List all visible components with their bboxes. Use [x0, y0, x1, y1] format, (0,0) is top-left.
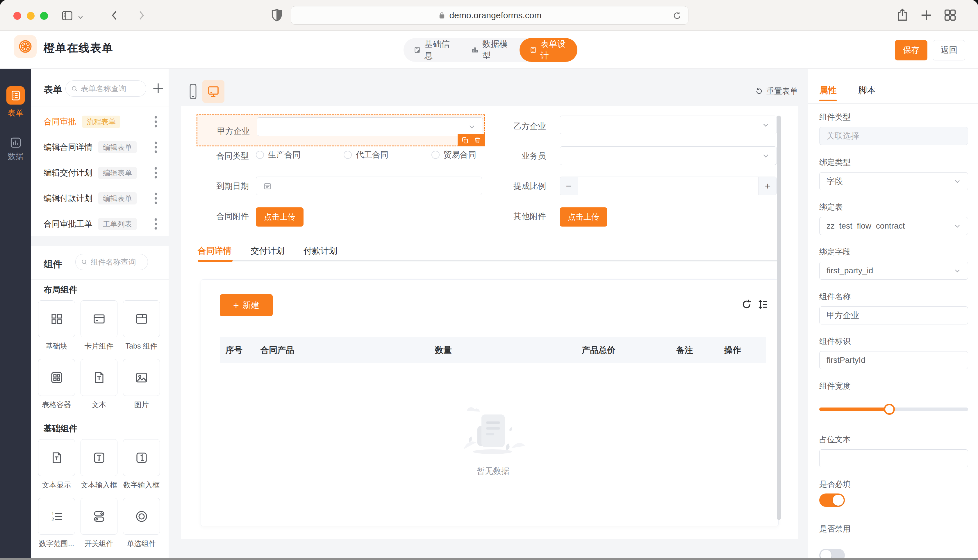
form-info-icon: [413, 45, 421, 55]
new-row-button[interactable]: + 新建: [220, 294, 273, 316]
bind-type-select[interactable]: 字段: [819, 172, 968, 190]
component-name-field[interactable]: [819, 307, 968, 325]
tab-script[interactable]: 脚本: [858, 85, 876, 97]
component-type-label: 组件类型: [819, 112, 851, 122]
component-name-input[interactable]: [826, 311, 961, 320]
rail-item-forms[interactable]: [7, 86, 25, 105]
column-header: 操作: [724, 337, 741, 363]
more-actions-icon[interactable]: [150, 217, 161, 231]
url-bar[interactable]: demo.orangeforms.com: [291, 6, 689, 25]
chevron-down-icon: [761, 151, 770, 160]
component-key-field[interactable]: [819, 351, 968, 369]
reload-icon[interactable]: [672, 10, 682, 21]
minimize-window-button[interactable]: [27, 12, 35, 20]
add-form-icon[interactable]: [151, 81, 166, 95]
bind-field-select[interactable]: first_party_id: [819, 262, 968, 280]
form-list-item[interactable]: 合同审批工单 工单列表: [31, 211, 169, 237]
component-tile-number-input[interactable]: 数字输入框: [123, 439, 160, 490]
component-tile-text[interactable]: 文本: [80, 359, 117, 410]
contract-upload-button[interactable]: 点击上传: [256, 207, 304, 227]
form-type-badge: 工单列表: [98, 218, 137, 230]
component-tile-table-container[interactable]: 表格容器: [38, 359, 75, 410]
required-toggle[interactable]: [819, 493, 845, 507]
component-tile-basic-block[interactable]: 基础块: [38, 300, 75, 351]
zoom-window-button[interactable]: [40, 12, 48, 20]
more-actions-icon[interactable]: [150, 166, 161, 180]
component-tile-text-input[interactable]: 文本输入框: [80, 439, 117, 490]
layout-components-grid: 基础块 卡片组件 Tabs 组件 表格容器 文本 图片: [38, 300, 160, 410]
due-date-label: 到期日期: [186, 181, 249, 192]
tab-basic-info[interactable]: 基础信息: [403, 38, 461, 62]
form-list-item[interactable]: 编辑交付计划 编辑表单: [31, 160, 169, 186]
delete-component-icon[interactable]: [473, 137, 481, 144]
refresh-table-icon[interactable]: [741, 298, 753, 310]
share-icon[interactable]: [895, 8, 910, 23]
component-tile-switch[interactable]: 开关组件: [80, 498, 117, 548]
form-list-item[interactable]: 编辑合同详情 编辑表单: [31, 135, 169, 160]
tab-payment-plan[interactable]: 付款计划: [304, 245, 337, 257]
reset-form-button[interactable]: 重置表单: [755, 86, 798, 97]
radio-production-contract[interactable]: 生产合同: [256, 149, 301, 160]
stepper-decrease-button[interactable]: −: [560, 177, 578, 195]
back-button[interactable]: 返回: [933, 40, 965, 60]
component-tile-card[interactable]: 卡片组件: [80, 300, 117, 351]
form-design-canvas[interactable]: 甲方企业 乙方企业 合同类型 生产合同 代工合同 贸易合同 业务员: [181, 106, 798, 539]
column-settings-icon[interactable]: [757, 298, 769, 310]
rail-item-data[interactable]: [7, 133, 25, 152]
second-party-select[interactable]: [560, 116, 777, 134]
component-tile-tabs[interactable]: Tabs 组件: [123, 300, 160, 351]
radio-trade-contract[interactable]: 贸易合同: [431, 149, 476, 160]
tab-overview-icon[interactable]: [943, 8, 958, 23]
desktop-preview-button[interactable]: [202, 80, 224, 103]
component-tile-number-range[interactable]: 12 数字范围...: [38, 498, 75, 548]
form-type-badge: 编辑表单: [98, 167, 137, 179]
sidebar-toggle-icon[interactable]: [60, 9, 74, 22]
tab-data-model[interactable]: 数据模型: [461, 38, 519, 62]
slider-handle[interactable]: [884, 404, 895, 415]
more-actions-icon[interactable]: [150, 115, 161, 129]
selected-field-first-party[interactable]: 甲方企业: [197, 115, 485, 147]
forward-icon[interactable]: [134, 9, 148, 22]
salesman-select[interactable]: [560, 147, 777, 165]
save-button[interactable]: 保存: [895, 40, 928, 60]
canvas-scrollbar[interactable]: [777, 116, 781, 520]
component-key-input[interactable]: [826, 355, 961, 365]
more-actions-icon[interactable]: [150, 140, 161, 154]
component-width-fill: [819, 408, 889, 411]
chevron-down-icon[interactable]: [77, 13, 84, 21]
first-party-select[interactable]: [257, 117, 483, 136]
browser-toolbar: demo.orangeforms.com: [0, 0, 978, 31]
form-search-input[interactable]: [81, 84, 141, 93]
copy-component-icon[interactable]: [461, 137, 469, 144]
designer-nav-tabs: 基础信息 数据模型 表单设计: [403, 38, 577, 62]
close-window-button[interactable]: [13, 12, 21, 20]
tab-delivery-plan[interactable]: 交付计划: [251, 245, 284, 257]
form-list-item[interactable]: 合同审批 流程表单: [31, 109, 169, 135]
due-date-input[interactable]: [256, 177, 482, 195]
placeholder-text-input[interactable]: [826, 454, 961, 463]
component-search-field[interactable]: [75, 254, 148, 270]
form-list-item[interactable]: 编辑付款计划 编辑表单: [31, 186, 169, 211]
component-width-slider[interactable]: [819, 403, 968, 415]
component-tile-radio[interactable]: 单选组件: [123, 498, 160, 548]
rail-item-data-label[interactable]: 数据: [0, 151, 31, 162]
tab-contract-detail[interactable]: 合同详情: [198, 245, 231, 257]
component-tile-text-display[interactable]: 文本显示: [38, 439, 75, 490]
tab-properties[interactable]: 属性: [819, 85, 837, 97]
back-icon[interactable]: [108, 9, 122, 22]
more-actions-icon[interactable]: [150, 192, 161, 205]
placeholder-text-field[interactable]: [819, 449, 968, 467]
shield-icon[interactable]: [269, 8, 284, 23]
new-tab-icon[interactable]: [919, 8, 934, 23]
other-upload-button[interactable]: 点击上传: [560, 207, 607, 227]
mobile-preview-button[interactable]: [186, 82, 200, 101]
form-search-field[interactable]: [65, 80, 146, 97]
tab-form-design[interactable]: 表单设计: [520, 38, 577, 62]
rail-item-forms-label[interactable]: 表单: [0, 108, 31, 118]
component-search-input[interactable]: [91, 258, 142, 267]
bind-table-select[interactable]: zz_test_flow_contract: [819, 217, 968, 235]
radio-oem-contract[interactable]: 代工合同: [344, 149, 388, 160]
page-title: 橙单在线表单: [43, 41, 114, 55]
component-tile-image[interactable]: 图片: [123, 359, 160, 410]
stepper-increase-button[interactable]: +: [759, 177, 777, 195]
